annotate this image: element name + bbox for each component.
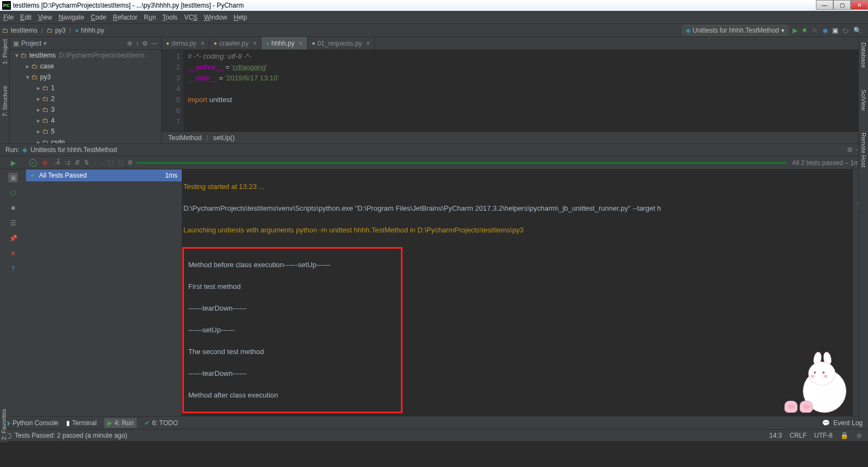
run-button[interactable]: ▶ bbox=[793, 27, 797, 34]
status-line-sep[interactable]: CRLF bbox=[789, 432, 806, 439]
tab-remote[interactable]: Remote Host bbox=[860, 132, 867, 167]
import-icon[interactable]: ⬚ bbox=[118, 159, 123, 166]
stop-square-icon[interactable]: ■ bbox=[8, 203, 18, 213]
gear-icon[interactable]: ⚙ bbox=[142, 40, 148, 47]
minimize-button[interactable]: — bbox=[816, 0, 833, 10]
left-tool-tabs: 1: Project 7: Structure bbox=[0, 37, 10, 143]
tab-sciview[interactable]: SciView bbox=[860, 90, 867, 111]
status-encoding[interactable]: UTF-8 bbox=[814, 432, 833, 439]
close-button[interactable]: ✕ bbox=[851, 0, 868, 10]
expand-icon[interactable]: ▾ bbox=[14, 52, 20, 59]
show-failed-icon[interactable]: ⊘ bbox=[41, 159, 49, 167]
tab-database[interactable]: Database bbox=[860, 42, 867, 68]
next-icon[interactable]: ↓ bbox=[101, 160, 104, 166]
maximize-button[interactable]: ▢ bbox=[833, 0, 851, 10]
pin-icon[interactable]: ☰ bbox=[8, 218, 18, 228]
tab-run[interactable]: ▶4: Run bbox=[104, 418, 137, 428]
tab-event-log[interactable]: Event Log bbox=[833, 419, 863, 427]
menu-file[interactable]: File bbox=[3, 14, 14, 21]
tree-item-folder[interactable]: ▸🗀3 bbox=[10, 104, 161, 115]
hide-icon[interactable]: — bbox=[151, 40, 158, 47]
expand-icon[interactable]: ▸ bbox=[36, 95, 41, 103]
expand-icon[interactable]: ▸ bbox=[25, 62, 30, 70]
close-icon[interactable]: × bbox=[201, 40, 205, 47]
tree-item-folder[interactable]: ▸🗀4 bbox=[10, 115, 161, 126]
crumb-root[interactable]: testItems bbox=[11, 27, 37, 34]
update-button[interactable]: ⭮ bbox=[843, 27, 849, 34]
history-gear-icon[interactable]: ⚙ bbox=[127, 159, 133, 166]
hector-icon[interactable]: ☺ bbox=[856, 432, 863, 439]
expand-icon[interactable]: ▸ bbox=[36, 138, 41, 143]
menu-help[interactable]: Help bbox=[234, 14, 247, 21]
tab-structure[interactable]: 7: Structure bbox=[2, 86, 8, 117]
help-icon[interactable]: ? bbox=[8, 264, 18, 274]
coverage-button[interactable]: ⮞ bbox=[812, 27, 818, 34]
expand-icon[interactable]: ▸ bbox=[36, 128, 41, 135]
tree-item-csdn[interactable]: ▸🗀csdn bbox=[10, 137, 161, 143]
menu-refactor[interactable]: Refactor bbox=[113, 14, 137, 21]
expand-icon[interactable]: ▾ bbox=[25, 73, 30, 81]
tree-item-folder[interactable]: ▸🗀1 bbox=[10, 83, 161, 93]
menu-edit[interactable]: Edit bbox=[20, 14, 31, 21]
collapse-all-icon[interactable]: ⇅ bbox=[84, 159, 89, 166]
editor-tab-demo[interactable]: ●demo.py× bbox=[162, 37, 209, 49]
expand-icon[interactable]: ▸ bbox=[36, 117, 41, 124]
test-tree[interactable]: ✔All Tests Passed 1ms bbox=[26, 169, 182, 416]
menu-vcs[interactable]: VCS bbox=[184, 14, 197, 21]
menu-run[interactable]: Run bbox=[144, 14, 156, 21]
expand-all-icon[interactable]: ⇵ bbox=[75, 159, 80, 166]
lock-icon[interactable]: 🔒 bbox=[840, 432, 848, 439]
profile-button[interactable]: ◉ bbox=[822, 27, 828, 34]
prev-icon[interactable]: ↑ bbox=[93, 160, 97, 166]
tree-item-folder[interactable]: ▸🗀5 bbox=[10, 126, 161, 137]
tab-terminal[interactable]: ▮Terminal bbox=[66, 419, 97, 427]
gear-icon[interactable]: ⚙ bbox=[847, 146, 853, 154]
crumb-py3[interactable]: py3 bbox=[55, 27, 66, 34]
tree-item-case[interactable]: ▸ 🗀 case bbox=[10, 61, 161, 72]
tree-root[interactable]: ▾ 🗀 testItems D:\PycharmProjects\testIte… bbox=[10, 50, 161, 61]
close-icon[interactable]: × bbox=[366, 40, 370, 47]
export-icon[interactable]: ⬚ bbox=[108, 159, 113, 166]
sort-icon[interactable]: ↓ễ bbox=[53, 159, 60, 166]
search-icon[interactable]: 🔍 bbox=[853, 27, 861, 34]
chevron-down-icon[interactable]: ▾ bbox=[43, 40, 47, 47]
close-run-icon[interactable]: ✕ bbox=[8, 249, 18, 258]
menu-tools[interactable]: Tools bbox=[162, 14, 177, 21]
status-cursor-pos[interactable]: 14:3 bbox=[769, 432, 782, 439]
sort-alpha-icon[interactable]: ↓ᴢ bbox=[65, 159, 71, 166]
breadcrumb-function[interactable]: setUp() bbox=[213, 134, 234, 142]
test-tree-root[interactable]: ✔All Tests Passed 1ms bbox=[26, 169, 182, 181]
pin-tab-icon[interactable]: 📌 bbox=[8, 234, 18, 243]
rerun-button[interactable]: ▶ bbox=[11, 159, 16, 167]
close-icon[interactable]: × bbox=[253, 40, 257, 47]
tab-project[interactable]: 1: Project bbox=[2, 39, 8, 64]
tab-python-console[interactable]: ◆Python Console bbox=[5, 419, 59, 427]
crumb-file[interactable]: hhhh.py bbox=[81, 27, 104, 34]
stop-button[interactable]: ▣ bbox=[832, 27, 838, 34]
history-icon[interactable]: ⭯ bbox=[8, 188, 18, 198]
editor-tab-requests[interactable]: ●01_requests.py× bbox=[308, 37, 375, 49]
run-config-selector[interactable]: ◆ Unittests for hhhh.TestMethod ▾ bbox=[682, 25, 788, 36]
tree-item-folder[interactable]: ▸🗀2 bbox=[10, 93, 161, 104]
toggle-auto-icon[interactable]: ▣ bbox=[8, 173, 18, 182]
expand-icon[interactable]: ▸ bbox=[36, 84, 41, 92]
editor-tab-hhhh[interactable]: ●hhhh.py× bbox=[261, 37, 308, 49]
menu-navigate[interactable]: Navigate bbox=[59, 14, 84, 21]
console-output[interactable]: Testing started at 13:23 ... D:\PycharmP… bbox=[182, 169, 853, 416]
project-panel-title[interactable]: Project bbox=[21, 40, 41, 47]
menu-view[interactable]: View bbox=[38, 14, 52, 21]
collapse-icon[interactable]: ↕ bbox=[136, 40, 139, 47]
tab-favorites[interactable]: 2: Favorites bbox=[0, 407, 8, 442]
scroll-from-source-icon[interactable]: ⊕ bbox=[127, 40, 132, 47]
tree-item-py3[interactable]: ▾ 🗀 py3 bbox=[10, 72, 161, 83]
show-passed-icon[interactable]: ✓ bbox=[29, 159, 37, 167]
menu-code[interactable]: Code bbox=[91, 14, 106, 21]
debug-button[interactable]: ✸ bbox=[802, 27, 807, 34]
editor-code[interactable]: # -*- coding: utf-8 -*- __author__ = 'cd… bbox=[183, 50, 861, 131]
editor-tab-crawler[interactable]: ●crawler.py× bbox=[209, 37, 261, 49]
close-icon[interactable]: × bbox=[299, 40, 303, 47]
menu-window[interactable]: Window bbox=[204, 14, 227, 21]
tab-todo[interactable]: ✔6: TODO bbox=[144, 419, 178, 427]
breadcrumb-class[interactable]: TestMethod bbox=[168, 134, 202, 142]
expand-icon[interactable]: ▸ bbox=[36, 106, 41, 113]
